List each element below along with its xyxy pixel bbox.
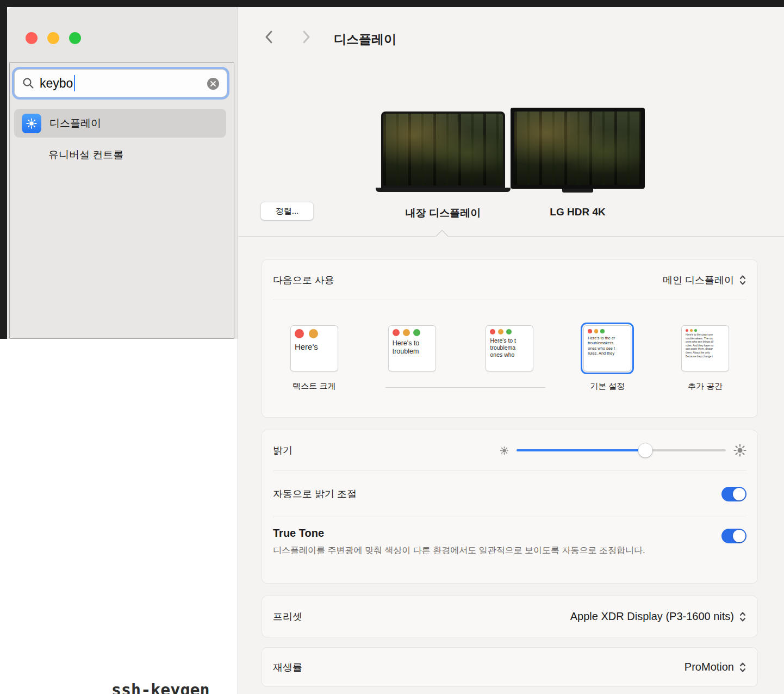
screen: ssh-keygen keybo — [0, 0, 784, 694]
thumb-traffic-lights — [295, 329, 334, 338]
settings-sidebar: keybo 디스플레이 유니버설 컨트롤 — [7, 7, 238, 339]
slider-knob[interactable] — [638, 443, 652, 457]
monitor-stand — [562, 189, 593, 193]
laptop-base — [376, 188, 511, 192]
brightness-label: 밝기 — [273, 444, 293, 457]
selected-display-notch — [436, 230, 449, 243]
search-input[interactable]: keybo — [14, 69, 227, 97]
window-controls — [26, 32, 81, 44]
auto-brightness-row: 자동으로 밝기 조절 — [262, 471, 757, 517]
external-display-name: LG HDR 4K — [511, 206, 645, 218]
scale-option-2[interactable]: Here's to troublem — [363, 300, 461, 418]
true-tone-row: True Tone 디스플레이를 주변광에 맞춰 색상이 다른 환경에서도 일관… — [262, 517, 757, 556]
builtin-display-wallpaper — [381, 111, 505, 188]
clear-search-icon[interactable] — [207, 78, 219, 90]
settings-content: 디스플레이 내장 디스플레이 LG HDR 4K 정렬... 다음으로 사용 메… — [238, 7, 784, 694]
scale-tick-line — [385, 387, 545, 388]
close-button[interactable] — [26, 32, 38, 44]
scale-option-label: 기본 설정 — [590, 381, 625, 391]
search-icon — [22, 77, 34, 89]
builtin-display-thumbnail[interactable] — [381, 111, 505, 192]
text-caret — [74, 75, 75, 91]
true-tone-description: 디스플레이를 주변광에 맞춰 색상이 다른 환경에서도 일관적으로 보이도록 자… — [273, 544, 645, 556]
stepper-chevrons-icon — [739, 611, 746, 623]
preset-row: 프리셋 Apple XDR Display (P3-1600 nits) — [262, 596, 757, 637]
search-result-universal-control[interactable]: 유니버설 컨트롤 — [48, 148, 123, 162]
back-chevron-icon[interactable] — [264, 30, 273, 46]
thumb-preview-text: Here's to t troublema ones who — [490, 337, 529, 358]
search-result-label: 디스플레이 — [49, 116, 101, 131]
brightness-bright-icon — [733, 444, 746, 457]
use-as-label: 다음으로 사용 — [273, 274, 334, 287]
search-results-panel: keybo 디스플레이 유니버설 컨트롤 — [9, 62, 234, 339]
display-settings-panel: 다음으로 사용 메인 디스플레이 Here's 텍스트 크게 — [262, 259, 758, 418]
true-tone-label: True Tone — [273, 527, 645, 540]
thumb-preview-text: Here's to troublem — [393, 339, 432, 356]
background-terminal-text: ssh-keygen — [111, 680, 210, 694]
auto-brightness-label: 자동으로 밝기 조절 — [273, 487, 357, 500]
preset-label: 프리셋 — [273, 610, 302, 623]
thumb-traffic-lights — [490, 329, 529, 334]
forward-chevron-icon[interactable] — [302, 30, 311, 46]
use-as-row: 다음으로 사용 메인 디스플레이 — [262, 260, 757, 300]
toggle-knob — [733, 488, 745, 500]
stepper-chevrons-icon — [739, 661, 746, 673]
toggle-knob — [733, 530, 745, 542]
page-title: 디스플레이 — [334, 31, 396, 48]
external-display-wallpaper — [511, 108, 645, 189]
refresh-rate-label: 재생률 — [273, 661, 302, 674]
refresh-rate-value: ProMotion — [685, 661, 734, 673]
true-tone-toggle[interactable] — [721, 529, 746, 543]
preset-value: Apple XDR Display (P3-1600 nits) — [570, 610, 734, 623]
use-as-popup[interactable]: 메인 디스플레이 — [663, 274, 746, 287]
scale-option-label: 추가 공간 — [688, 381, 723, 391]
search-input-value: keybo — [40, 76, 73, 91]
use-as-value: 메인 디스플레이 — [663, 274, 734, 287]
refresh-rate-panel: 재생률 ProMotion — [262, 647, 758, 687]
stepper-chevrons-icon — [739, 274, 746, 286]
thumb-traffic-lights — [686, 329, 725, 332]
brightness-slider[interactable] — [517, 443, 726, 457]
desktop-background — [0, 0, 7, 339]
scale-option-3[interactable]: Here's to t troublema ones who — [461, 300, 559, 418]
external-display-thumbnail[interactable] — [511, 108, 645, 195]
brightness-panel: 밝기 — [262, 430, 758, 584]
preset-popup[interactable]: Apple XDR Display (P3-1600 nits) — [570, 610, 746, 623]
preset-panel: 프리셋 Apple XDR Display (P3-1600 nits) — [262, 596, 758, 637]
thumb-traffic-lights — [588, 329, 627, 333]
scale-option-more-space[interactable]: Here's to the crazy one troublemakers. T… — [656, 300, 754, 418]
thumb-preview-text: Here's to the crazy one troublemakers. T… — [686, 333, 725, 358]
thumb-preview-text: Here's to the cr troublemakers. ones who… — [588, 336, 627, 357]
auto-brightness-toggle[interactable] — [721, 487, 746, 501]
search-result-displays[interactable]: 디스플레이 — [14, 109, 226, 138]
display-brightness-icon — [22, 114, 41, 133]
scale-option-label: 텍스트 크게 — [293, 381, 335, 391]
refresh-rate-popup[interactable]: ProMotion — [685, 661, 746, 673]
brightness-row: 밝기 — [262, 430, 757, 470]
arrange-button[interactable]: 정렬... — [260, 202, 314, 220]
minimize-button[interactable] — [47, 32, 59, 44]
slider-fill — [517, 449, 645, 451]
scale-option-larger-text[interactable]: Here's 텍스트 크게 — [265, 300, 363, 418]
desktop-background — [0, 0, 784, 7]
builtin-display-name: 내장 디스플레이 — [381, 206, 505, 220]
thumb-preview-text: Here's — [295, 342, 334, 352]
scale-option-default[interactable]: Here's to the cr troublemakers. ones who… — [558, 300, 656, 418]
section-divider — [238, 236, 784, 237]
thumb-traffic-lights — [393, 329, 432, 336]
zoom-button[interactable] — [69, 32, 81, 44]
brightness-dim-icon — [500, 446, 509, 455]
resolution-scale-options: Here's 텍스트 크게 Here's to troublem Here's … — [262, 300, 757, 418]
refresh-rate-row: 재생률 ProMotion — [262, 648, 757, 686]
